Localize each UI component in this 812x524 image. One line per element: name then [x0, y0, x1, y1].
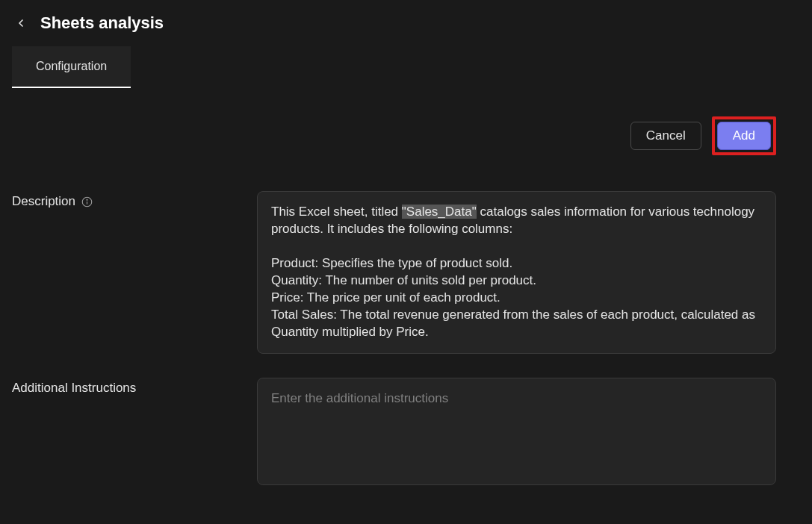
- additional-instructions-label: Additional Instructions: [12, 378, 245, 485]
- desc-intro: This Excel sheet, titled: [271, 205, 402, 219]
- description-field[interactable]: This Excel sheet, titled "Sales_Data" ca…: [257, 191, 776, 354]
- chevron-left-icon: [15, 17, 27, 29]
- tabs-bar: Configuration: [0, 46, 812, 88]
- desc-highlight: "Sales_Data": [402, 205, 477, 219]
- page-title: Sheets analysis: [40, 13, 164, 33]
- additional-instructions-label-text: Additional Instructions: [12, 381, 136, 396]
- description-label: Description: [12, 191, 245, 354]
- svg-point-2: [87, 199, 87, 200]
- back-button[interactable]: [12, 14, 30, 32]
- description-label-text: Description: [12, 194, 75, 209]
- info-icon[interactable]: [81, 196, 93, 208]
- tab-configuration[interactable]: Configuration: [12, 46, 131, 88]
- add-button[interactable]: Add: [717, 122, 771, 150]
- additional-instructions-input[interactable]: [257, 378, 776, 485]
- add-button-highlight: Add: [712, 116, 776, 155]
- cancel-button[interactable]: Cancel: [630, 122, 701, 150]
- desc-columns: Product: Specifies the type of product s…: [271, 256, 759, 339]
